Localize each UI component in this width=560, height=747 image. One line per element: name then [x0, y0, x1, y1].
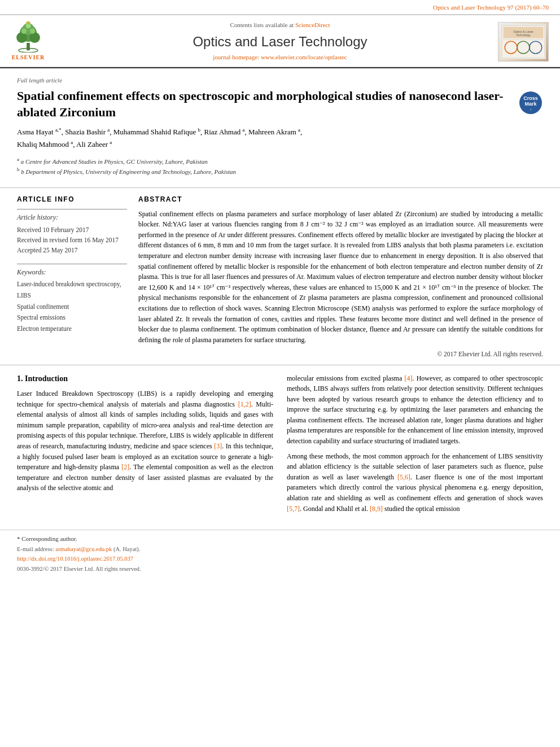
intro-para-3: Among these methods, the most common app…	[287, 451, 543, 514]
doi-link[interactable]: http://dx.doi.org/10.1016/j.optlastec.20…	[17, 556, 133, 562]
intro-para-2: molecular emissions from excited plasma …	[287, 373, 543, 447]
keyword-1: Laser-induced breakdown spectroscopy,	[17, 279, 127, 290]
abstract-label: ABSTRACT	[138, 195, 543, 204]
body-col-right: molecular emissions from excited plasma …	[287, 373, 543, 519]
abstract-text: Spatial confinement effects on plasma pa…	[138, 209, 543, 346]
author-email[interactable]: asmahayat@gcu.edu.pk	[55, 546, 112, 552]
journal-header: ELSEVIER Contents lists available at Sci…	[0, 14, 560, 67]
svg-rect-0	[27, 43, 30, 50]
article-title-row: Spatial confinement effects on spectrosc…	[17, 88, 543, 120]
ref-4[interactable]: [4]	[404, 374, 412, 382]
keywords-label: Keywords:	[17, 268, 127, 277]
keyword-4: Spectral emissions	[17, 312, 127, 324]
elsevier-wordmark: ELSEVIER	[12, 54, 45, 62]
email-suffix: (A. Hayat).	[113, 546, 141, 552]
keywords-block: Keywords: Laser-induced breakdown spectr…	[17, 264, 127, 335]
svg-point-7	[30, 28, 35, 33]
revised-date: Received in revised form 16 May 2017	[17, 235, 127, 245]
affiliation-a: a a Centre for Advanced Studies in Physi…	[17, 156, 543, 166]
journal-ref-bar: Optics and Laser Technology 97 (2017) 60…	[0, 0, 560, 14]
journal-header-center: Contents lists available at ScienceDirec…	[79, 21, 481, 62]
article-info-column: ARTICLE INFO Article history: Received 1…	[17, 195, 127, 359]
sciencedirect-line: Contents lists available at ScienceDirec…	[79, 21, 481, 29]
issn-line: 0030-3992/© 2017 Elsevier Ltd. All right…	[17, 565, 543, 574]
sciencedirect-link[interactable]: ScienceDirect	[295, 21, 330, 28]
journal-title-main: Optics and Laser Technology	[79, 32, 481, 51]
crossmark-badge: Cross Mark ✓	[518, 88, 543, 118]
received-date: Received 10 February 2017	[17, 225, 127, 235]
svg-text:Mark: Mark	[524, 101, 537, 107]
copyright-line: © 2017 Elsevier Ltd. All rights reserved…	[138, 350, 543, 359]
page-wrapper: Optics and Laser Technology 97 (2017) 60…	[0, 0, 560, 747]
page-footer: * Corresponding author. E-mail address: …	[0, 530, 560, 579]
article-info-abstract-section: ARTICLE INFO Article history: Received 1…	[0, 187, 560, 365]
history-label: Article history:	[17, 213, 127, 222]
journal-homepage: journal homepage: www.elsevier.com/locat…	[79, 53, 481, 62]
journal-ref-text: Optics and Laser Technology 97 (2017) 60…	[433, 4, 549, 11]
elsevier-tree-icon	[11, 21, 45, 53]
svg-point-6	[21, 28, 27, 33]
journal-thumbnail: Optics & Laser Technology	[498, 22, 549, 62]
doi-line: http://dx.doi.org/10.1016/j.optlastec.20…	[17, 555, 543, 563]
article-history-block: Article history: Received 10 February 20…	[17, 209, 127, 256]
keyword-5: Electron temperature	[17, 324, 127, 335]
article-type: Full length article	[17, 76, 543, 85]
body-two-col: 1. Introduction Laser Induced Breakdown …	[17, 373, 543, 519]
keyword-3: Spatial confinement	[17, 302, 127, 313]
body-content: 1. Introduction Laser Induced Breakdown …	[0, 365, 560, 525]
svg-text:Optics & Laser: Optics & Laser	[513, 29, 533, 33]
svg-rect-10	[28, 23, 29, 24]
svg-text:✓: ✓	[530, 108, 532, 111]
elsevier-logo-area: ELSEVIER	[11, 21, 79, 62]
ref-5-7[interactable]: [5,7]	[287, 505, 300, 513]
introduction-heading: 1. Introduction	[17, 373, 273, 385]
corresponding-note: * Corresponding author.	[17, 535, 543, 543]
email-line: E-mail address: asmahayat@gcu.edu.pk (A.…	[17, 545, 543, 554]
intro-para-1: Laser Induced Breakdown Spectroscopy (LI…	[17, 388, 273, 493]
abstract-column: ABSTRACT Spatial confinement effects on …	[138, 195, 543, 359]
ref-2b[interactable]: [2]	[121, 463, 129, 471]
accepted-date: Accepted 25 May 2017	[17, 245, 127, 255]
keyword-2: LIBS	[17, 290, 127, 302]
affiliation-b: b b Department of Physics, University of…	[17, 166, 543, 176]
authors-line: Asma Hayat a,*, Shazia Bashir a, Muhamma…	[17, 126, 543, 151]
article-title: Spatial confinement effects on spectrosc…	[17, 88, 507, 120]
journal-thumbnail-area: Optics & Laser Technology	[481, 22, 549, 62]
ref-3[interactable]: [3]	[214, 442, 222, 450]
ref-8-9[interactable]: [8,9]	[370, 505, 383, 513]
email-label: E-mail address:	[17, 546, 54, 552]
affiliations: a a Centre for Advanced Studies in Physi…	[17, 156, 543, 176]
article-header: Full length article Spatial confinement …	[0, 67, 560, 182]
ref-5-6[interactable]: [5,6]	[397, 473, 410, 481]
body-col-left: 1. Introduction Laser Induced Breakdown …	[17, 373, 273, 519]
article-info-label: ARTICLE INFO	[17, 195, 127, 204]
ref-1-2[interactable]: [1,2]	[238, 400, 251, 408]
svg-text:Cross: Cross	[523, 95, 538, 101]
svg-text:Technology: Technology	[516, 33, 531, 37]
elsevier-logo: ELSEVIER	[11, 21, 45, 62]
